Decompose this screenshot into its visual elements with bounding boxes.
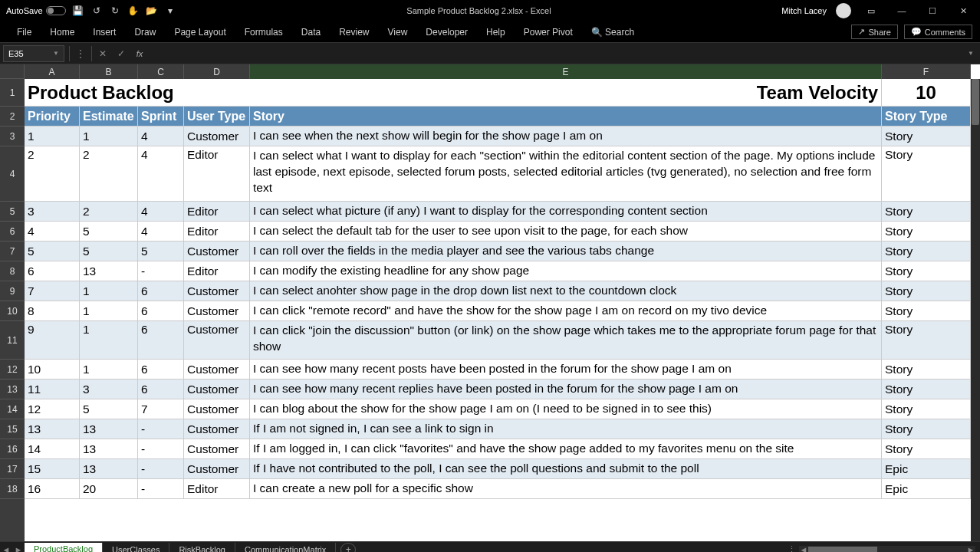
touch-icon[interactable]: ✋ xyxy=(127,5,140,17)
cell[interactable]: Customer xyxy=(184,242,250,261)
cell[interactable]: 7 xyxy=(25,281,80,301)
cell[interactable]: 13 xyxy=(80,459,138,478)
col-header-C[interactable]: C xyxy=(138,64,184,79)
comments-button[interactable]: 💬Comments xyxy=(904,25,972,39)
close-icon[interactable]: ✕ xyxy=(952,3,974,18)
cell[interactable]: 12 xyxy=(25,399,80,419)
cell[interactable]: 6 xyxy=(138,321,184,359)
cell[interactable]: 16 xyxy=(25,479,80,498)
cell[interactable]: 2 xyxy=(25,146,80,201)
row-header-10[interactable]: 10 xyxy=(0,301,25,321)
cell[interactable]: Story xyxy=(882,360,971,379)
col-header-D[interactable]: D xyxy=(184,64,250,79)
row-header-11[interactable]: 11 xyxy=(0,321,25,360)
cell[interactable]: I can select anohter show page in the dr… xyxy=(250,281,882,301)
cell[interactable]: 13 xyxy=(80,439,138,458)
cell[interactable]: Story xyxy=(250,107,882,126)
sheet-prev-icon[interactable]: ◄ xyxy=(0,543,12,553)
chevron-down-icon[interactable]: ▼ xyxy=(53,50,59,57)
cell[interactable]: 5 xyxy=(80,222,138,241)
cell[interactable]: Editor xyxy=(184,146,250,201)
col-header-B[interactable]: B xyxy=(80,64,138,79)
row-header-5[interactable]: 5 xyxy=(0,202,25,222)
cell[interactable]: 1 xyxy=(80,281,138,301)
cell[interactable]: - xyxy=(138,419,184,439)
cell[interactable]: 13 xyxy=(80,419,138,439)
cell[interactable]: I can click "join the discussion" button… xyxy=(250,321,882,359)
add-sheet-button[interactable]: + xyxy=(340,543,356,553)
row-header-13[interactable]: 13 xyxy=(0,380,25,399)
tab-help[interactable]: Help xyxy=(477,22,515,42)
avatar[interactable] xyxy=(836,3,851,18)
qat-more-icon[interactable]: ▾ xyxy=(164,5,176,17)
cell[interactable]: 10 xyxy=(882,79,971,106)
toggle-off-icon[interactable] xyxy=(46,6,66,15)
cell[interactable]: 5 xyxy=(25,242,80,261)
cell[interactable]: 7 xyxy=(138,399,184,419)
cell[interactable]: Customer xyxy=(184,459,250,478)
cell[interactable]: Customer xyxy=(184,380,250,399)
cell[interactable]: 13 xyxy=(80,261,138,281)
select-all-corner[interactable] xyxy=(0,64,25,79)
cell[interactable]: I can select the default tab for the use… xyxy=(250,222,882,241)
cell[interactable]: Epic xyxy=(882,459,971,478)
save-icon[interactable]: 💾 xyxy=(72,5,84,17)
redo-icon[interactable]: ↻ xyxy=(109,5,121,17)
cell[interactable]: I can see how many recent posts have bee… xyxy=(250,360,882,379)
row-header-8[interactable]: 8 xyxy=(0,261,25,281)
enter-icon[interactable]: ✓ xyxy=(112,45,130,62)
row-header-6[interactable]: 6 xyxy=(0,222,25,242)
sheet-tab-riskbacklog[interactable]: RiskBacklog xyxy=(169,543,235,553)
row-header-1[interactable]: 1 xyxy=(0,79,25,107)
cell[interactable]: - xyxy=(138,459,184,478)
cell[interactable]: Customer xyxy=(184,321,250,359)
cell[interactable]: Editor xyxy=(184,479,250,498)
cell[interactable]: Story xyxy=(882,301,971,320)
tab-review[interactable]: Review xyxy=(330,22,378,42)
cell[interactable]: 6 xyxy=(138,380,184,399)
cell[interactable]: 2 xyxy=(80,202,138,221)
row-header-4[interactable]: 4 xyxy=(0,146,25,202)
cells[interactable]: Product BacklogTeam Velocity10PriorityEs… xyxy=(25,79,971,541)
cell[interactable]: 11 xyxy=(25,380,80,399)
cell[interactable]: Sprint xyxy=(138,107,184,126)
row-header-7[interactable]: 7 xyxy=(0,242,25,261)
sheet-next-icon[interactable]: ► xyxy=(12,543,25,553)
cell[interactable]: Editor xyxy=(184,222,250,241)
col-header-F[interactable]: F xyxy=(882,64,971,79)
tab-file[interactable]: File xyxy=(8,22,41,42)
undo-icon[interactable]: ↺ xyxy=(90,5,103,17)
cell[interactable]: Team Velocity xyxy=(250,79,882,106)
autosave-toggle[interactable]: AutoSave xyxy=(6,6,66,15)
cell[interactable]: Editor xyxy=(184,261,250,281)
tab-formulas[interactable]: Formulas xyxy=(235,22,292,42)
cell[interactable]: Story xyxy=(882,439,971,458)
cell[interactable]: - xyxy=(138,261,184,281)
tab-developer[interactable]: Developer xyxy=(416,22,477,42)
row-header-15[interactable]: 15 xyxy=(0,419,25,439)
tab-insert[interactable]: Insert xyxy=(84,22,125,42)
tab-data[interactable]: Data xyxy=(292,22,330,42)
row-header-14[interactable]: 14 xyxy=(0,399,25,419)
cell[interactable]: 4 xyxy=(138,222,184,241)
cell[interactable]: 5 xyxy=(80,242,138,261)
tab-draw[interactable]: Draw xyxy=(125,22,165,42)
row-header-9[interactable]: 9 xyxy=(0,281,25,301)
scrollbar-thumb[interactable] xyxy=(808,547,877,553)
cell[interactable]: 1 xyxy=(80,127,138,146)
cell[interactable]: 3 xyxy=(80,380,138,399)
strip-options-icon[interactable]: ⋮ xyxy=(788,544,796,552)
cell[interactable]: Estimate xyxy=(80,107,138,126)
tab-home[interactable]: Home xyxy=(41,22,84,42)
cell[interactable]: If I am not signed in, I can see a link … xyxy=(250,419,882,439)
cell[interactable]: 6 xyxy=(138,281,184,301)
search-button[interactable]: 🔍 Search xyxy=(582,22,643,42)
cell[interactable]: - xyxy=(138,479,184,498)
name-box[interactable]: E35▼ xyxy=(3,45,64,62)
cell[interactable]: Product Backlog xyxy=(25,79,250,106)
cell[interactable]: 9 xyxy=(25,321,80,359)
cell[interactable]: 4 xyxy=(25,222,80,241)
cell[interactable]: Customer xyxy=(184,127,250,146)
fx-icon[interactable]: fx xyxy=(130,45,149,62)
cell[interactable]: 6 xyxy=(138,301,184,320)
